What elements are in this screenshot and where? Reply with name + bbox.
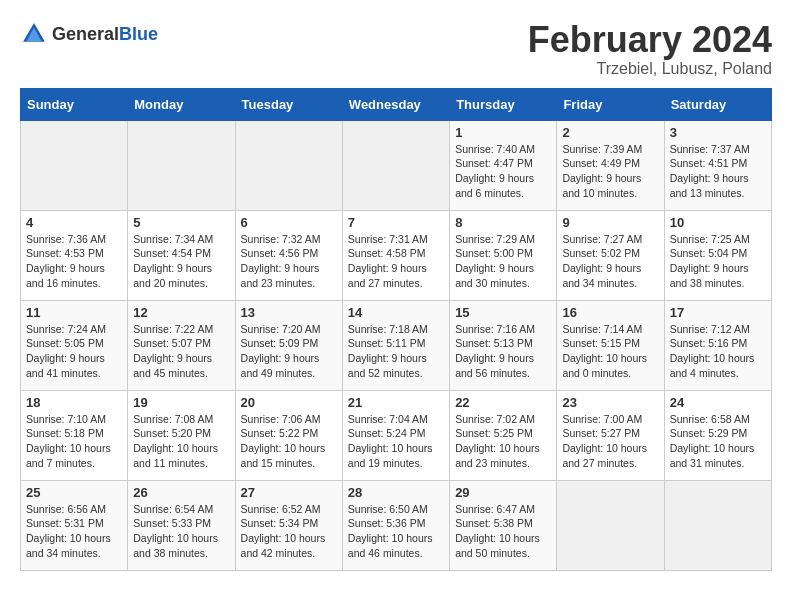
day-number: 1 [455,125,551,140]
header-day-thursday: Thursday [450,88,557,120]
day-number: 22 [455,395,551,410]
day-info: Sunrise: 7:02 AM Sunset: 5:25 PM Dayligh… [455,412,551,471]
calendar-cell: 10Sunrise: 7:25 AM Sunset: 5:04 PM Dayli… [664,210,771,300]
day-number: 16 [562,305,658,320]
day-info: Sunrise: 7:04 AM Sunset: 5:24 PM Dayligh… [348,412,444,471]
header-day-wednesday: Wednesday [342,88,449,120]
day-info: Sunrise: 7:27 AM Sunset: 5:02 PM Dayligh… [562,232,658,291]
calendar-cell: 8Sunrise: 7:29 AM Sunset: 5:00 PM Daylig… [450,210,557,300]
calendar-cell [128,120,235,210]
week-row-1: 4Sunrise: 7:36 AM Sunset: 4:53 PM Daylig… [21,210,772,300]
calendar-cell [21,120,128,210]
day-info: Sunrise: 7:20 AM Sunset: 5:09 PM Dayligh… [241,322,337,381]
day-info: Sunrise: 7:24 AM Sunset: 5:05 PM Dayligh… [26,322,122,381]
calendar-cell: 22Sunrise: 7:02 AM Sunset: 5:25 PM Dayli… [450,390,557,480]
logo: GeneralBlue [20,20,158,48]
logo-blue-text: Blue [119,24,158,44]
day-number: 28 [348,485,444,500]
calendar-cell: 20Sunrise: 7:06 AM Sunset: 5:22 PM Dayli… [235,390,342,480]
day-info: Sunrise: 6:54 AM Sunset: 5:33 PM Dayligh… [133,502,229,561]
calendar-cell: 23Sunrise: 7:00 AM Sunset: 5:27 PM Dayli… [557,390,664,480]
day-number: 29 [455,485,551,500]
header-day-saturday: Saturday [664,88,771,120]
calendar-cell: 27Sunrise: 6:52 AM Sunset: 5:34 PM Dayli… [235,480,342,570]
day-number: 6 [241,215,337,230]
day-number: 25 [26,485,122,500]
calendar-cell: 26Sunrise: 6:54 AM Sunset: 5:33 PM Dayli… [128,480,235,570]
calendar-cell: 16Sunrise: 7:14 AM Sunset: 5:15 PM Dayli… [557,300,664,390]
day-info: Sunrise: 6:56 AM Sunset: 5:31 PM Dayligh… [26,502,122,561]
day-number: 14 [348,305,444,320]
calendar-table: SundayMondayTuesdayWednesdayThursdayFrid… [20,88,772,571]
day-number: 18 [26,395,122,410]
calendar-cell: 29Sunrise: 6:47 AM Sunset: 5:38 PM Dayli… [450,480,557,570]
day-number: 7 [348,215,444,230]
calendar-cell: 11Sunrise: 7:24 AM Sunset: 5:05 PM Dayli… [21,300,128,390]
calendar-cell: 6Sunrise: 7:32 AM Sunset: 4:56 PM Daylig… [235,210,342,300]
logo-general-text: General [52,24,119,44]
day-number: 11 [26,305,122,320]
calendar-cell [235,120,342,210]
day-number: 27 [241,485,337,500]
calendar-cell [557,480,664,570]
calendar-cell: 25Sunrise: 6:56 AM Sunset: 5:31 PM Dayli… [21,480,128,570]
week-row-4: 25Sunrise: 6:56 AM Sunset: 5:31 PM Dayli… [21,480,772,570]
calendar-cell: 14Sunrise: 7:18 AM Sunset: 5:11 PM Dayli… [342,300,449,390]
calendar-header: SundayMondayTuesdayWednesdayThursdayFrid… [21,88,772,120]
header-day-sunday: Sunday [21,88,128,120]
day-number: 2 [562,125,658,140]
header-day-friday: Friday [557,88,664,120]
day-number: 21 [348,395,444,410]
day-info: Sunrise: 7:10 AM Sunset: 5:18 PM Dayligh… [26,412,122,471]
day-number: 13 [241,305,337,320]
title-section: February 2024 Trzebiel, Lubusz, Poland [528,20,772,78]
calendar-body: 1Sunrise: 7:40 AM Sunset: 4:47 PM Daylig… [21,120,772,570]
day-info: Sunrise: 7:08 AM Sunset: 5:20 PM Dayligh… [133,412,229,471]
day-number: 8 [455,215,551,230]
day-number: 9 [562,215,658,230]
day-info: Sunrise: 7:37 AM Sunset: 4:51 PM Dayligh… [670,142,766,201]
day-info: Sunrise: 7:36 AM Sunset: 4:53 PM Dayligh… [26,232,122,291]
day-info: Sunrise: 6:58 AM Sunset: 5:29 PM Dayligh… [670,412,766,471]
calendar-cell: 28Sunrise: 6:50 AM Sunset: 5:36 PM Dayli… [342,480,449,570]
calendar-cell: 18Sunrise: 7:10 AM Sunset: 5:18 PM Dayli… [21,390,128,480]
week-row-2: 11Sunrise: 7:24 AM Sunset: 5:05 PM Dayli… [21,300,772,390]
day-number: 17 [670,305,766,320]
header-day-tuesday: Tuesday [235,88,342,120]
subtitle: Trzebiel, Lubusz, Poland [528,60,772,78]
calendar-cell: 17Sunrise: 7:12 AM Sunset: 5:16 PM Dayli… [664,300,771,390]
day-info: Sunrise: 7:16 AM Sunset: 5:13 PM Dayligh… [455,322,551,381]
calendar-cell: 7Sunrise: 7:31 AM Sunset: 4:58 PM Daylig… [342,210,449,300]
calendar-cell [342,120,449,210]
day-info: Sunrise: 7:14 AM Sunset: 5:15 PM Dayligh… [562,322,658,381]
day-number: 4 [26,215,122,230]
header-day-monday: Monday [128,88,235,120]
calendar-cell: 24Sunrise: 6:58 AM Sunset: 5:29 PM Dayli… [664,390,771,480]
day-number: 26 [133,485,229,500]
day-number: 20 [241,395,337,410]
day-number: 19 [133,395,229,410]
week-row-0: 1Sunrise: 7:40 AM Sunset: 4:47 PM Daylig… [21,120,772,210]
day-number: 10 [670,215,766,230]
page-header: GeneralBlue February 2024 Trzebiel, Lubu… [20,20,772,78]
day-number: 23 [562,395,658,410]
logo-icon [20,20,48,48]
calendar-cell: 15Sunrise: 7:16 AM Sunset: 5:13 PM Dayli… [450,300,557,390]
day-info: Sunrise: 7:06 AM Sunset: 5:22 PM Dayligh… [241,412,337,471]
main-title: February 2024 [528,20,772,60]
calendar-cell: 1Sunrise: 7:40 AM Sunset: 4:47 PM Daylig… [450,120,557,210]
day-number: 24 [670,395,766,410]
day-info: Sunrise: 6:52 AM Sunset: 5:34 PM Dayligh… [241,502,337,561]
day-info: Sunrise: 7:40 AM Sunset: 4:47 PM Dayligh… [455,142,551,201]
week-row-3: 18Sunrise: 7:10 AM Sunset: 5:18 PM Dayli… [21,390,772,480]
day-info: Sunrise: 7:00 AM Sunset: 5:27 PM Dayligh… [562,412,658,471]
calendar-cell: 21Sunrise: 7:04 AM Sunset: 5:24 PM Dayli… [342,390,449,480]
day-info: Sunrise: 6:47 AM Sunset: 5:38 PM Dayligh… [455,502,551,561]
calendar-cell [664,480,771,570]
calendar-cell: 4Sunrise: 7:36 AM Sunset: 4:53 PM Daylig… [21,210,128,300]
day-number: 3 [670,125,766,140]
calendar-cell: 3Sunrise: 7:37 AM Sunset: 4:51 PM Daylig… [664,120,771,210]
day-info: Sunrise: 7:39 AM Sunset: 4:49 PM Dayligh… [562,142,658,201]
day-info: Sunrise: 7:31 AM Sunset: 4:58 PM Dayligh… [348,232,444,291]
day-number: 12 [133,305,229,320]
